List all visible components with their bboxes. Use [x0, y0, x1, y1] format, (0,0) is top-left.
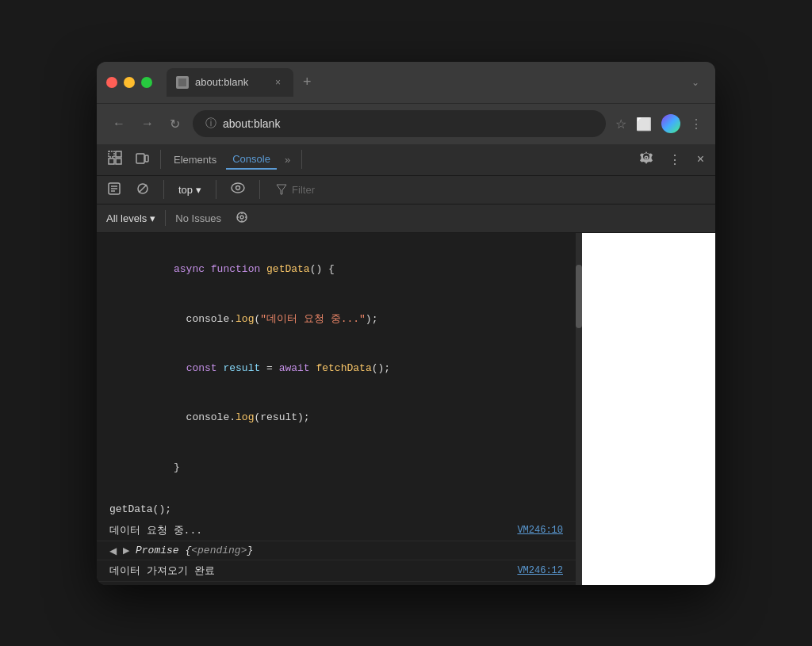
fn-name: getData — [266, 263, 310, 275]
url-info-icon: ⓘ — [205, 117, 216, 131]
svg-rect-3 — [116, 151, 121, 157]
indent: console. — [174, 313, 236, 325]
code-line-2: console.log("데이터 요청 중..."); — [112, 295, 563, 344]
bookmark-icon[interactable]: ☆ — [615, 117, 626, 132]
log-line-2: 데이터 가져오기 완료 VM246:12 — [97, 560, 576, 582]
filter-area: Filter — [270, 182, 709, 198]
var-result: result — [223, 362, 266, 374]
getdata-call-line: getData(); — [97, 499, 576, 520]
tab-elements[interactable]: Elements — [167, 151, 223, 169]
address-bar: ← → ↻ ⓘ about:blank ☆ ⬜ ⋮ — [97, 103, 715, 144]
console-toolbar: top ▾ Filter — [97, 176, 715, 205]
devtools-close-icon[interactable]: × — [692, 149, 709, 170]
console-panel[interactable]: async function getData() { console.log("… — [97, 233, 576, 585]
extensions-icon[interactable]: ⬜ — [636, 117, 652, 132]
getdata-call-text: getData(); — [109, 503, 171, 515]
tab-favicon — [176, 76, 189, 89]
string1: "데이터 요청 중..." — [260, 313, 366, 325]
console-toolbar-sep3 — [259, 180, 260, 199]
all-levels-selector[interactable]: All levels ▾ — [106, 212, 155, 224]
inspect-element-icon[interactable] — [103, 147, 127, 171]
filter-placeholder: Filter — [292, 184, 315, 196]
log-line-1: 데이터 요청 중... VM246:10 — [97, 520, 576, 541]
svg-point-13 — [232, 183, 244, 193]
fn-parens: () { — [310, 263, 335, 275]
avatar[interactable] — [661, 114, 680, 133]
tab-console[interactable]: Console — [226, 150, 277, 170]
browser-window: about:blank × + ⌄ ← → ↻ ⓘ about:blank ☆ … — [97, 62, 715, 585]
context-selector[interactable]: top ▾ — [174, 182, 206, 198]
issues-settings-icon[interactable] — [231, 208, 253, 228]
log1-text: 데이터 요청 중... — [109, 523, 202, 537]
new-tab-button[interactable]: + — [297, 71, 318, 94]
all-levels-label: All levels — [106, 212, 147, 224]
indent2 — [174, 362, 186, 374]
refresh-button[interactable]: ↻ — [167, 113, 183, 135]
paren-close1: ); — [366, 313, 378, 325]
prompt-line[interactable]: > — [97, 582, 576, 584]
tab-bar: about:blank × + — [167, 68, 677, 97]
device-toolbar-icon[interactable] — [130, 147, 154, 171]
fn-log1: log — [236, 313, 254, 325]
levels-toolbar: All levels ▾ No Issues — [97, 205, 715, 233]
tab-dropdown-button[interactable]: ⌄ — [685, 74, 706, 91]
devtools-toolbar: Elements Console » ⋮ × — [97, 144, 715, 176]
back-button[interactable]: ← — [109, 113, 128, 134]
toolbar-separator-2 — [301, 150, 302, 169]
more-tabs-button[interactable]: » — [280, 151, 295, 169]
svg-rect-0 — [178, 78, 186, 86]
devtools-more-icon[interactable]: ⋮ — [664, 149, 686, 170]
close-button[interactable] — [106, 77, 117, 88]
fn-fetch: fetchData — [316, 362, 371, 374]
active-tab[interactable]: about:blank × — [167, 68, 293, 97]
keyword-async: async function — [174, 263, 266, 275]
keyword-const: const — [186, 362, 224, 374]
scrollbar[interactable] — [576, 233, 582, 585]
block-icon[interactable] — [132, 180, 154, 200]
console-toolbar-sep2 — [216, 180, 216, 199]
log2-link[interactable]: VM246:12 — [517, 565, 563, 576]
code-line-4: console.log(result); — [112, 394, 563, 443]
maximize-button[interactable] — [141, 77, 152, 88]
close-brace: } — [174, 461, 180, 473]
live-expressions-icon[interactable] — [226, 180, 250, 199]
content-area: async function getData() { console.log("… — [97, 233, 715, 585]
promise-label: Promise {<pending>} — [136, 545, 253, 556]
tab-close-button[interactable]: × — [272, 75, 284, 90]
code-line-1: async function getData() { — [112, 246, 563, 295]
no-issues-label: No Issues — [175, 212, 221, 224]
minimize-button[interactable] — [124, 77, 135, 88]
traffic-lights — [106, 77, 152, 88]
scrollbar-thumb[interactable] — [576, 265, 582, 328]
clear-console-button[interactable] — [103, 180, 125, 200]
code-line-5: } — [112, 443, 563, 492]
svg-rect-2 — [109, 159, 114, 164]
context-arrow: ▾ — [196, 184, 201, 196]
levels-separator — [165, 210, 166, 226]
all-levels-arrow: ▾ — [150, 212, 155, 224]
log2-args: (result); — [254, 411, 309, 423]
context-label: top — [178, 184, 193, 196]
svg-rect-4 — [116, 159, 121, 164]
url-display: about:blank — [223, 117, 280, 130]
svg-line-12 — [139, 185, 147, 193]
svg-point-17 — [240, 216, 243, 219]
svg-rect-6 — [145, 155, 148, 162]
menu-icon[interactable]: ⋮ — [690, 117, 703, 132]
title-bar: about:blank × + ⌄ — [97, 62, 715, 103]
log1-link[interactable]: VM246:10 — [517, 525, 563, 536]
address-actions: ☆ ⬜ ⋮ — [615, 114, 703, 133]
toolbar-separator — [160, 150, 161, 169]
fn-call: (); — [372, 362, 390, 374]
keyword-await: await — [279, 362, 316, 374]
svg-rect-5 — [136, 154, 144, 163]
fn-log2: log — [236, 411, 254, 423]
devtools-right-actions: ⋮ × — [635, 148, 709, 170]
devtools-settings-icon[interactable] — [635, 148, 657, 170]
svg-point-14 — [236, 186, 240, 190]
forward-button[interactable]: → — [138, 113, 157, 134]
url-bar[interactable]: ⓘ about:blank — [193, 110, 606, 137]
svg-rect-1 — [109, 151, 114, 157]
promise-expand-button[interactable]: ▶ — [123, 545, 129, 556]
promise-return-arrow: ◀ — [109, 545, 117, 556]
